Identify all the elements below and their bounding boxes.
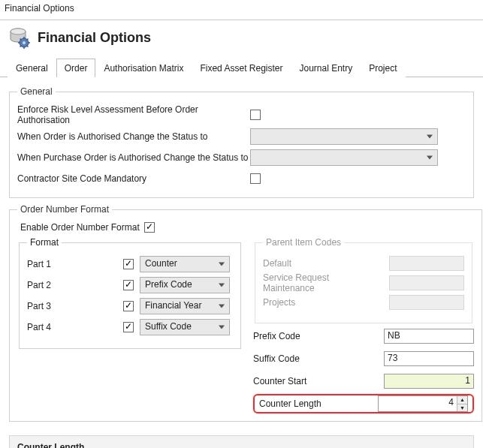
tab-authorisation-matrix[interactable]: Authorisation Matrix bbox=[95, 59, 192, 77]
tab-order[interactable]: Order bbox=[56, 59, 96, 77]
counter-length-highlight: Counter Length 4 ▲ ▼ bbox=[253, 394, 474, 413]
database-gear-icon bbox=[8, 26, 30, 49]
po-status-label: When Purchase Order is Authorised Change… bbox=[17, 152, 250, 163]
svg-point-3 bbox=[23, 41, 26, 44]
chevron-up-icon[interactable]: ▲ bbox=[457, 396, 467, 404]
part3-select[interactable]: Financial Year bbox=[140, 298, 230, 314]
parent-projects-field bbox=[389, 295, 464, 310]
general-group: General Enforce Risk Level Assessment Be… bbox=[9, 86, 474, 198]
tab-journal-entry[interactable]: Journal Entry bbox=[291, 59, 361, 77]
order-panel: General Enforce Risk Level Assessment Be… bbox=[0, 77, 483, 435]
enforce-risk-checkbox[interactable] bbox=[250, 110, 261, 120]
svg-point-1 bbox=[11, 29, 26, 35]
tab-general[interactable]: General bbox=[8, 59, 56, 77]
window-title: Financial Options bbox=[0, 0, 483, 20]
parent-default-field bbox=[389, 256, 464, 271]
enable-onf-label: Enable Order Number Format bbox=[20, 222, 140, 233]
prefix-code-input[interactable]: NB bbox=[384, 329, 474, 344]
format-group: Format Part 1 Counter Part 2 Prefix Code… bbox=[19, 237, 241, 349]
parent-projects-label: Projects bbox=[263, 297, 383, 308]
part3-label: Part 3 bbox=[27, 301, 117, 311]
tab-project[interactable]: Project bbox=[361, 59, 405, 77]
enforce-risk-label: Enforce Risk Level Assessment Before Ord… bbox=[17, 104, 250, 125]
chevron-down-icon[interactable]: ▼ bbox=[457, 404, 467, 412]
part1-select[interactable]: Counter bbox=[140, 256, 230, 272]
counter-start-input[interactable]: 1 bbox=[384, 374, 474, 389]
po-status-select[interactable] bbox=[250, 149, 438, 166]
order-status-select[interactable] bbox=[250, 128, 438, 145]
enable-onf-checkbox[interactable] bbox=[144, 222, 155, 233]
format-legend: Format bbox=[27, 237, 62, 248]
general-group-legend: General bbox=[17, 86, 56, 97]
part4-label: Part 4 bbox=[27, 322, 117, 332]
tab-strip: General Order Authorisation Matrix Fixed… bbox=[0, 58, 483, 77]
counter-length-label: Counter Length bbox=[259, 398, 372, 409]
help-panel: Counter Length A sequential number of th… bbox=[9, 435, 474, 448]
prefix-code-label: Prefix Code bbox=[253, 331, 366, 341]
order-number-format-legend: Order Number Format bbox=[17, 204, 112, 215]
part4-select[interactable]: Suffix Code bbox=[140, 319, 230, 335]
parent-item-codes-legend: Parent Item Codes bbox=[263, 237, 344, 248]
contractor-code-checkbox[interactable] bbox=[250, 173, 261, 184]
counter-length-spinner[interactable]: 4 ▲ ▼ bbox=[378, 395, 468, 412]
part2-select[interactable]: Prefix Code bbox=[140, 277, 230, 293]
order-number-format-group: Order Number Format Enable Order Number … bbox=[9, 204, 482, 422]
page-title: Financial Options bbox=[38, 30, 151, 46]
counter-length-stepper[interactable]: ▲ ▼ bbox=[457, 396, 467, 411]
part2-label: Part 2 bbox=[27, 280, 117, 290]
help-title: Counter Length bbox=[17, 442, 466, 448]
counter-length-input[interactable]: 4 bbox=[379, 396, 457, 411]
parent-default-label: Default bbox=[263, 258, 383, 269]
suffix-code-input[interactable]: 73 bbox=[384, 351, 474, 366]
parent-item-codes-group: Parent Item Codes Default Service Reques… bbox=[255, 237, 472, 323]
part1-label: Part 1 bbox=[27, 259, 117, 269]
parent-srm-label: Service Request Maintenance bbox=[263, 272, 383, 293]
order-status-label: When Order is Authorised Change the Stat… bbox=[17, 131, 250, 142]
part4-checkbox[interactable] bbox=[123, 322, 134, 332]
parent-srm-field bbox=[389, 275, 464, 290]
part2-checkbox[interactable] bbox=[123, 280, 134, 290]
header: Financial Options bbox=[0, 20, 483, 53]
part1-checkbox[interactable] bbox=[123, 259, 134, 269]
counter-start-label: Counter Start bbox=[253, 376, 366, 386]
contractor-code-label: Contractor Site Code Mandatory bbox=[17, 173, 250, 184]
tab-fixed-asset-register[interactable]: Fixed Asset Register bbox=[192, 59, 291, 77]
suffix-code-label: Suffix Code bbox=[253, 353, 366, 364]
part3-checkbox[interactable] bbox=[123, 301, 134, 311]
